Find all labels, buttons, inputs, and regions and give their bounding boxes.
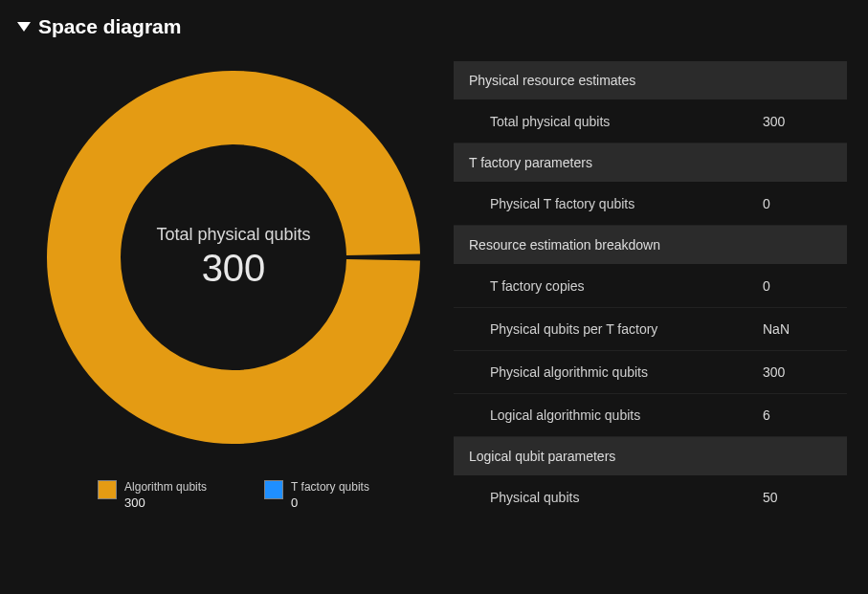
legend-text: T factory qubits0	[291, 480, 369, 511]
table-row: Physical qubits50	[454, 476, 847, 518]
table-section-header[interactable]: Logical qubit parameters	[454, 437, 847, 476]
table-row-value: 0	[763, 278, 832, 294]
table-row-value: 0	[763, 196, 832, 211]
legend-text: Algorithm qubits300	[124, 480, 207, 511]
legend-label: Algorithm qubits	[124, 480, 207, 495]
section-title: Space diagram	[38, 15, 181, 38]
legend-swatch	[98, 480, 117, 499]
table-row: Logical algorithmic qubits6	[454, 394, 847, 437]
table-row: Physical qubits per T factoryNaN	[454, 308, 847, 351]
table-section-header[interactable]: Physical resource estimates	[454, 61, 847, 100]
table-row-value: 300	[763, 364, 832, 380]
donut-center-label: Total physical qubits	[156, 225, 310, 245]
table-section-header[interactable]: Resource estimation breakdown	[454, 226, 847, 265]
legend-item: Algorithm qubits300	[98, 480, 207, 511]
table-row-value: 6	[763, 407, 832, 423]
legend-value: 0	[291, 495, 369, 512]
chart-panel: Total physical qubits 300 Algorithm qubi…	[13, 48, 454, 518]
table-row: Physical T factory qubits0	[454, 183, 847, 226]
table-row-value: 50	[763, 490, 832, 505]
legend-value: 300	[124, 495, 207, 512]
donut-center: Total physical qubits 300	[156, 225, 310, 290]
chart-legend: Algorithm qubits300T factory qubits0	[98, 480, 369, 511]
table-row-label: Logical algorithmic qubits	[490, 407, 763, 423]
content: Total physical qubits 300 Algorithm qubi…	[0, 48, 868, 518]
table-row-label: Physical algorithmic qubits	[490, 364, 763, 380]
legend-label: T factory qubits	[291, 480, 369, 495]
donut-chart: Total physical qubits 300	[37, 61, 430, 453]
table-row: T factory copies0	[454, 265, 847, 308]
table-row-label: Physical qubits per T factory	[490, 321, 763, 337]
table-row: Physical algorithmic qubits300	[454, 351, 847, 394]
table-row-value: NaN	[763, 321, 832, 337]
table-row-label: Total physical qubits	[490, 114, 763, 129]
section-header[interactable]: Space diagram	[0, 0, 868, 48]
legend-item: T factory qubits0	[264, 480, 369, 511]
table-row-label: T factory copies	[490, 278, 763, 294]
table-row-label: Physical T factory qubits	[490, 196, 763, 211]
donut-center-value: 300	[156, 247, 310, 290]
table-panel: Physical resource estimatesTotal physica…	[454, 48, 855, 518]
table-row-value: 300	[763, 114, 832, 129]
table-section-header[interactable]: T factory parameters	[454, 143, 847, 183]
table-row-label: Physical qubits	[490, 490, 763, 505]
table-row: Total physical qubits300	[454, 100, 847, 143]
legend-swatch	[264, 480, 283, 499]
caret-down-icon	[17, 22, 31, 32]
